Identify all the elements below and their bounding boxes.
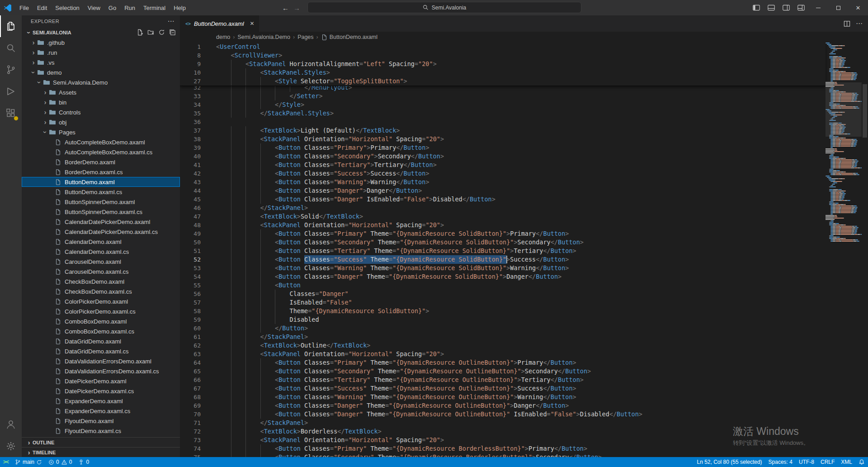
breadcrumb-Pages[interactable]: Pages [297,34,313,40]
activity-source-control-icon[interactable] [0,59,22,81]
code-line-45[interactable]: 45 <Button Classes="Danger" IsEnabled="F… [180,195,826,204]
code-line-44[interactable]: 44 <Button Classes="Danger">Danger</Butt… [180,186,826,195]
menu-view[interactable]: View [84,0,104,15]
code-line-62[interactable]: 62 <TextBlock>Outline</TextBlock> [180,341,826,350]
code-line-47[interactable]: 47 <TextBlock>Solid</TextBlock> [180,212,826,221]
code-line-39[interactable]: 39 <Button Classes="Primary">Primary</Bu… [180,143,826,152]
problems-item[interactable]: 0 0 [45,457,75,467]
code-line-70[interactable]: 70 <Button Classes="Danger" Theme="{Dyna… [180,410,826,419]
more-actions-icon[interactable]: ⋯ [856,19,863,28]
tree-file-FlyoutDemo.axaml[interactable]: FlyoutDemo.axaml [22,416,180,426]
settings-gear-icon[interactable] [0,435,22,457]
tree-file-CalendarDemo.axaml[interactable]: CalendarDemo.axaml [22,237,180,247]
explorer-more-actions-icon[interactable]: ⋯ [168,17,175,25]
code-line-33[interactable]: 33 </Setter> [180,92,826,100]
code-line-54[interactable]: 54 <Button Classes="Danger" Theme="{Dyna… [180,272,826,281]
vscode-logo-icon[interactable] [0,0,15,15]
activity-extensions-icon[interactable] [0,102,22,124]
tab-buttondemo-axaml[interactable]: <> ButtonDemo.axaml ✕ [180,15,259,32]
code-editor[interactable]: 32 </MenuFlyout>33 </Setter>34 </Style>3… [180,43,868,457]
code-line-9[interactable]: 9 <StackPanel HorizontalAlignment="Left"… [180,60,826,68]
new-folder-icon[interactable] [146,29,155,37]
breadcrumb-ButtonDemo.axaml[interactable]: ButtonDemo.axaml [321,34,377,41]
code-line-58[interactable]: 58 Theme="{DynamicResource SolidButton}"… [180,307,826,315]
code-line-63[interactable]: 63 <StackPanel Orientation="Horizontal" … [180,350,826,358]
code-line-74[interactable]: 74 <Button Classes="Primary" Theme="{Dyn… [180,444,826,453]
tree-file-ComboBoxDemo.axaml[interactable]: ComboBoxDemo.axaml [22,316,180,326]
tree-file-CalendarDatePickerDemo.axaml[interactable]: CalendarDatePickerDemo.axaml [22,217,180,227]
code-line-43[interactable]: 43 <Button Classes="Warning">Warning</Bu… [180,178,826,186]
code-line-75[interactable]: 75 <Button Classes="Secondary" Theme="{D… [180,453,826,457]
code-line-53[interactable]: 53 <Button Classes="Warning" Theme="{Dyn… [180,264,826,272]
tree-file-ComboBoxDemo.axaml.cs[interactable]: ComboBoxDemo.axaml.cs [22,326,180,336]
ports-item[interactable]: 0 [75,457,92,467]
minimap[interactable] [826,43,862,457]
tree-file-FlyoutDemo.axaml.cs[interactable]: FlyoutDemo.axaml.cs [22,426,180,436]
tree-file-CarouselDemo.axaml[interactable]: CarouselDemo.axaml [22,257,180,267]
close-button[interactable]: ✕ [848,0,868,15]
code-line-10[interactable]: 10 <StackPanel.Styles> [180,68,826,77]
outline-section-header[interactable]: › OUTLINE [22,437,180,447]
tree-file-ColorPickerDemo.axaml[interactable]: ColorPickerDemo.axaml [22,296,180,306]
workspace-section-header[interactable]: › SEMI.AVALONIA [22,27,180,38]
vertical-scrollbar[interactable] [862,43,868,457]
code-line-56[interactable]: 56 Classes="Danger" [180,290,826,298]
tab-close-icon[interactable]: ✕ [250,20,255,27]
tree-file-CheckBoxDemo.axaml[interactable]: CheckBoxDemo.axaml [22,276,180,286]
tree-file-DatePickerDemo.axaml.cs[interactable]: DatePickerDemo.axaml.cs [22,386,180,396]
code-line-55[interactable]: 55 <Button [180,281,826,290]
code-line-38[interactable]: 38 <StackPanel Orientation="Horizontal" … [180,135,826,143]
code-line-1[interactable]: 1<UserControl [180,43,826,51]
tree-file-CarouselDemo.axaml.cs[interactable]: CarouselDemo.axaml.cs [22,267,180,276]
code-line-50[interactable]: 50 <Button Classes="Secondary" Theme="{D… [180,238,826,247]
tree-file-BorderDemo.axaml[interactable]: BorderDemo.axaml [22,157,180,167]
code-line-64[interactable]: 64 <Button Classes="Primary" Theme="{Dyn… [180,358,826,367]
tree-folder-Controls[interactable]: ›Controls [22,107,180,117]
code-line-69[interactable]: 69 <Button Classes="Danger" Theme="{Dyna… [180,401,826,410]
maximize-button[interactable] [828,0,848,15]
tree-file-DataValidationErrorsDemo.axaml.cs[interactable]: DataValidationErrorsDemo.axaml.cs [22,366,180,376]
tree-file-ButtonSpinnerDemo.axaml.cs[interactable]: ButtonSpinnerDemo.axaml.cs [22,207,180,217]
tree-folder-bin[interactable]: ›bin [22,97,180,107]
refresh-icon[interactable] [157,29,165,37]
code-line-36[interactable]: 36 [180,118,826,126]
code-line-51[interactable]: 51 <Button Classes="Tertiary" Theme="{Dy… [180,247,826,255]
menu-run[interactable]: Run [120,0,139,15]
code-line-73[interactable]: 73 <StackPanel Orientation="Horizontal" … [180,436,826,444]
breadcrumb-Semi.Avalonia.Demo[interactable]: Semi.Avalonia.Demo [237,34,290,40]
tree-file-AutoCompleteBoxDemo.axaml[interactable]: AutoCompleteBoxDemo.axaml [22,137,180,147]
language-mode[interactable]: XML [838,457,855,467]
code-line-52[interactable]: 52 <Button Classes="Success" Theme="{Dyn… [180,255,826,264]
tree-file-ButtonDemo.axaml.cs[interactable]: ButtonDemo.axaml.cs [22,187,180,197]
code-line-61[interactable]: 61 </StackPanel> [180,333,826,341]
code-line-65[interactable]: 65 <Button Classes="Secondary" Theme="{D… [180,367,826,376]
code-line-66[interactable]: 66 <Button Classes="Tertiary" Theme="{Dy… [180,376,826,384]
indentation[interactable]: Spaces: 4 [765,457,796,467]
menu-file[interactable]: File [15,0,33,15]
split-editor-icon[interactable] [844,20,850,27]
tree-file-ExpanderDemo.axaml[interactable]: ExpanderDemo.axaml [22,396,180,406]
account-icon[interactable] [0,414,22,435]
code-line-48[interactable]: 48 <StackPanel Orientation="Horizontal" … [180,221,826,229]
menu-selection[interactable]: Selection [51,0,83,15]
command-center-search[interactable]: Semi.Avalonia [307,2,581,13]
code-line-35[interactable]: 35 </StackPanel.Styles> [180,109,826,118]
menu-terminal[interactable]: Terminal [139,0,170,15]
tree-file-DataGridDemo.axaml.cs[interactable]: DataGridDemo.axaml.cs [22,346,180,356]
tree-folder-demo[interactable]: ›demo [22,67,180,77]
eol-sequence[interactable]: CRLF [817,457,838,467]
git-branch-item[interactable]: main [12,457,45,467]
tree-file-ButtonSpinnerDemo.axaml[interactable]: ButtonSpinnerDemo.axaml [22,197,180,207]
activity-run-debug-icon[interactable] [0,81,22,102]
activity-search-icon[interactable] [0,37,22,59]
code-line-60[interactable]: 60 </Button> [180,324,826,333]
customize-layout-icon[interactable] [793,0,808,15]
tree-folder-Semi.Avalonia.Demo[interactable]: ›Semi.Avalonia.Demo [22,77,180,87]
nav-back-icon[interactable]: ← [282,4,289,12]
tree-file-ColorPickerDemo.axaml.cs[interactable]: ColorPickerDemo.axaml.cs [22,306,180,316]
encoding[interactable]: UTF-8 [796,457,817,467]
code-line-59[interactable]: 59 Disabled [180,315,826,324]
toggle-panel-icon[interactable] [764,0,778,15]
tree-file-ButtonDemo.axaml[interactable]: ButtonDemo.axaml [22,177,180,187]
tree-file-DatePickerDemo.axaml[interactable]: DatePickerDemo.axaml [22,376,180,386]
